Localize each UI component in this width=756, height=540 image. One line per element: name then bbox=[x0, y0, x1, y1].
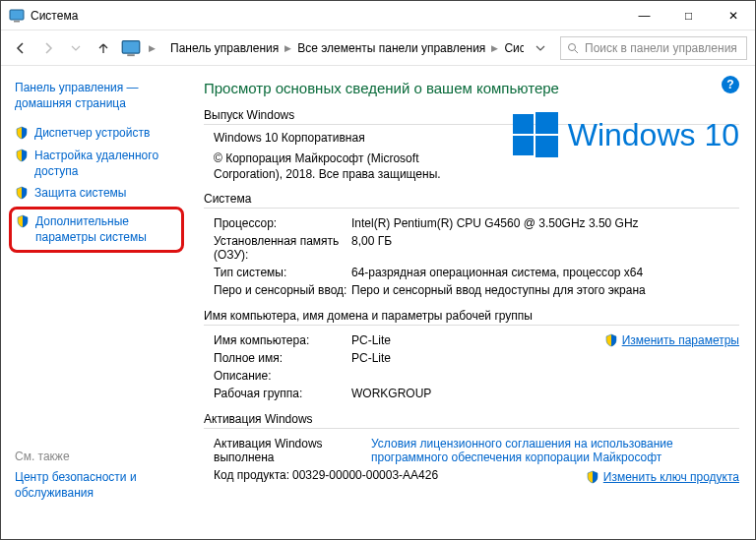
label: Перо и сенсорный ввод: bbox=[204, 283, 351, 297]
section-header: Система bbox=[204, 192, 739, 209]
chevron-right-icon: ▶ bbox=[489, 43, 500, 53]
value: PC-Lite bbox=[351, 333, 604, 347]
control-panel-home-link[interactable]: Панель управления — домашняя страница bbox=[15, 80, 178, 111]
svg-rect-3 bbox=[127, 54, 135, 56]
search-placeholder: Поиск в панели управления bbox=[585, 41, 737, 55]
label: Имя компьютера: bbox=[204, 333, 351, 347]
chevron-right-icon[interactable]: ▶ bbox=[147, 43, 158, 53]
shield-icon bbox=[604, 333, 618, 347]
help-icon[interactable]: ? bbox=[722, 76, 739, 93]
svg-line-5 bbox=[575, 50, 578, 53]
shield-icon bbox=[15, 126, 29, 140]
edition-name: Windows 10 Корпоративная bbox=[214, 131, 460, 145]
windows-logo-text: Windows 10 bbox=[568, 117, 739, 153]
sidebar-item-remote-settings[interactable]: Настройка удаленного доступа bbox=[15, 148, 178, 179]
svg-rect-0 bbox=[10, 10, 24, 20]
label: Полное имя: bbox=[204, 351, 351, 365]
edition-copyright: © Корпорация Майкрософт (Microsoft Corpo… bbox=[214, 150, 460, 182]
label: Установленная память (ОЗУ): bbox=[204, 234, 351, 262]
shield-icon bbox=[15, 186, 29, 200]
search-input[interactable]: Поиск в панели управления bbox=[560, 36, 747, 60]
computer-name-section: Имя компьютера, имя домена и параметры р… bbox=[204, 309, 739, 402]
sidebar-item-advanced-highlight: Дополнительные параметры системы bbox=[9, 207, 184, 252]
svg-rect-1 bbox=[14, 21, 20, 23]
page-title: Просмотр основных сведений о вашем компь… bbox=[204, 80, 739, 96]
shield-icon bbox=[16, 214, 30, 228]
link-label: Изменить параметры bbox=[622, 333, 739, 347]
section-header: Имя компьютера, имя домена и параметры р… bbox=[204, 309, 739, 326]
svg-rect-6 bbox=[513, 114, 534, 134]
svg-rect-7 bbox=[536, 112, 558, 134]
chevron-down-icon[interactable] bbox=[529, 36, 552, 60]
svg-rect-8 bbox=[513, 136, 534, 155]
breadcrumb-item[interactable]: Все элементы панели управления bbox=[293, 41, 489, 55]
search-icon bbox=[567, 42, 579, 54]
security-center-link[interactable]: Центр безопасности и обслуживания bbox=[15, 469, 178, 501]
system-properties-window: Система ― □ ✕ ▶ Панель управления ▶ Все … bbox=[0, 0, 756, 540]
breadcrumb[interactable]: Панель управления ▶ Все элементы панели … bbox=[161, 36, 525, 60]
forward-button[interactable] bbox=[36, 36, 60, 60]
sidebar-item-advanced-settings[interactable]: Дополнительные параметры системы bbox=[16, 213, 175, 245]
svg-point-4 bbox=[569, 43, 576, 50]
value: Перо и сенсорный ввод недоступны для это… bbox=[351, 283, 739, 297]
breadcrumb-item[interactable]: Система bbox=[500, 41, 525, 55]
windows-edition-section: Выпуск Windows Windows 10 Windows 10 Кор… bbox=[204, 108, 739, 182]
label: Тип системы: bbox=[204, 266, 351, 279]
up-button[interactable] bbox=[92, 36, 115, 60]
sidebar-item-label: Защита системы bbox=[34, 185, 126, 201]
sidebar-item-system-protection[interactable]: Защита системы bbox=[15, 185, 178, 201]
windows-logo-icon bbox=[513, 112, 558, 157]
see-also-header: См. также bbox=[15, 450, 178, 463]
breadcrumb-item[interactable]: Панель управления bbox=[166, 41, 283, 55]
value: 8,00 ГБ bbox=[351, 234, 739, 262]
windows-logo: Windows 10 bbox=[513, 112, 739, 157]
label: Код продукта: bbox=[204, 468, 292, 484]
back-button[interactable] bbox=[9, 36, 32, 60]
navigation-toolbar: ▶ Панель управления ▶ Все элементы панел… bbox=[1, 30, 755, 66]
license-terms-link[interactable]: Условия лицензионного соглашения на испо… bbox=[371, 437, 673, 464]
label: Рабочая группа: bbox=[204, 387, 351, 400]
link-label: Изменить ключ продукта bbox=[603, 470, 739, 484]
chevron-right-icon: ▶ bbox=[283, 43, 293, 53]
system-icon bbox=[9, 8, 25, 24]
close-button[interactable]: ✕ bbox=[711, 1, 755, 30]
value: 64-разрядная операционная система, проце… bbox=[351, 266, 739, 279]
value bbox=[351, 369, 739, 383]
section-header: Активация Windows bbox=[204, 412, 739, 429]
system-section: Система Процессор:Intel(R) Pentium(R) CP… bbox=[204, 192, 739, 299]
see-also-section: См. также Центр безопасности и обслужива… bbox=[15, 450, 178, 501]
main-content: ? Просмотр основных сведений о вашем ком… bbox=[188, 66, 755, 539]
window-title: Система bbox=[31, 9, 622, 23]
sidebar-item-device-manager[interactable]: Диспетчер устройств bbox=[15, 125, 178, 141]
svg-rect-2 bbox=[122, 40, 140, 53]
label: Процессор: bbox=[204, 216, 351, 230]
sidebar-item-label: Настройка удаленного доступа bbox=[34, 148, 178, 179]
shield-icon bbox=[15, 149, 29, 162]
value: Intel(R) Pentium(R) CPU G4560 @ 3.50GHz … bbox=[351, 216, 739, 230]
sidebar-item-label: Диспетчер устройств bbox=[34, 125, 150, 141]
change-settings-link[interactable]: Изменить параметры bbox=[604, 333, 739, 347]
change-product-key-link[interactable]: Изменить ключ продукта bbox=[586, 470, 739, 484]
shield-icon bbox=[586, 470, 599, 484]
maximize-button[interactable]: □ bbox=[666, 1, 711, 30]
recent-button[interactable] bbox=[64, 36, 88, 60]
minimize-button[interactable]: ― bbox=[622, 1, 666, 30]
titlebar: Система ― □ ✕ bbox=[1, 1, 755, 30]
value: WORKGROUP bbox=[351, 387, 739, 400]
value: 00329-00000-00003-AA426 bbox=[292, 468, 586, 484]
value: PC-Lite bbox=[351, 351, 739, 365]
computer-icon bbox=[121, 38, 141, 58]
window-controls: ― □ ✕ bbox=[622, 1, 755, 30]
svg-rect-9 bbox=[536, 136, 558, 157]
label: Описание: bbox=[204, 369, 351, 383]
activation-section: Активация Windows Активация Windows выпо… bbox=[204, 412, 739, 486]
sidebar-item-label: Дополнительные параметры системы bbox=[35, 213, 175, 245]
label: Активация Windows выполнена bbox=[204, 437, 371, 464]
sidebar: Панель управления — домашняя страница Ди… bbox=[1, 66, 188, 539]
